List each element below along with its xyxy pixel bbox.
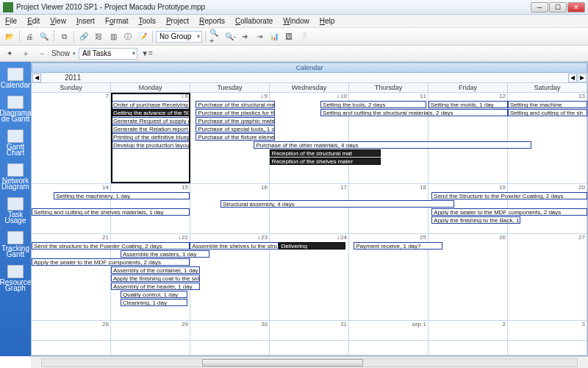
task-bar[interactable]: Setting and cutting the structural mater…	[320, 109, 508, 116]
day-cell[interactable]	[429, 341, 508, 355]
task-bar[interactable]: Purchase of the graphic materials, 1	[196, 117, 275, 124]
menu-insert[interactable]: Insert	[74, 17, 97, 25]
scrollbar-thumb[interactable]	[202, 359, 362, 367]
day-cell[interactable]	[111, 341, 190, 355]
task-bar[interactable]: Setting the molds, 1 day	[429, 101, 508, 108]
task-bar[interactable]: Reception of the shelves mater	[270, 158, 381, 165]
sidebar-item-gantt-diagram[interactable]: Diagrama de Gantt	[1, 93, 29, 125]
maximize-button[interactable]: ☐	[549, 2, 567, 13]
close-button[interactable]: ✕	[567, 2, 585, 13]
open-icon[interactable]: 📂	[3, 30, 16, 43]
day-cell[interactable]: 3	[508, 321, 587, 340]
task-bar[interactable]: Assemble the shelves to the stru	[190, 242, 279, 250]
info-icon[interactable]: ⓘ	[121, 30, 135, 43]
task-bar[interactable]: Setting the machine	[508, 101, 587, 108]
task-bar[interactable]: Quality control, 1 day	[121, 291, 187, 298]
split-icon[interactable]: ▥	[107, 30, 120, 43]
task-bar[interactable]: Payment receive, 1 day?	[354, 242, 442, 250]
day-cell[interactable]: 27	[508, 234, 587, 321]
task-bar[interactable]: Printing of the definitive blueprint	[111, 133, 190, 141]
month-prev-button[interactable]: ◀	[32, 74, 41, 82]
horizontal-scrollbar[interactable]	[31, 356, 588, 368]
task-bar[interactable]: Setting the machinery, 1 day	[54, 192, 190, 199]
note-icon[interactable]: 📝	[136, 30, 149, 43]
minimize-button[interactable]: ─	[531, 2, 548, 13]
day-cell[interactable]	[349, 341, 429, 355]
menu-window[interactable]: Window	[281, 17, 312, 25]
month-next-prev-button[interactable]: ◀	[568, 74, 577, 82]
task-bar[interactable]: Reception of the structural mat	[270, 149, 381, 157]
sidebar-item-network-diagram[interactable]: Network Diagram	[1, 160, 29, 193]
task-bar[interactable]: Getting the advance of the 50%	[111, 109, 190, 116]
task-bar[interactable]: Generate the Relation report of T	[111, 125, 190, 132]
task-bar[interactable]: Assembly of the container, 1 day	[111, 266, 200, 274]
print-preview-icon[interactable]: 🔍	[37, 30, 51, 43]
menu-help[interactable]: Help	[318, 17, 337, 25]
task-bar[interactable]: Send the Structure to the Powder Coating…	[431, 192, 587, 199]
autofilter-icon[interactable]: ▼=	[140, 47, 154, 60]
day-cell[interactable]: 29	[111, 321, 190, 340]
picture-icon[interactable]: 🖼	[282, 30, 295, 43]
sidebar-item-tracking-gantt[interactable]: Tracking Gantt	[1, 228, 29, 261]
task-bar[interactable]: Purchase of the fixture elements, 1 d	[196, 133, 275, 141]
task-bar[interactable]: Setting and cutting of the shelves mater…	[32, 208, 190, 216]
unlink-icon[interactable]: ⛓	[92, 30, 105, 43]
collapse-icon[interactable]: －	[35, 47, 49, 60]
task-bar[interactable]: Structural assembly, 4 days	[220, 200, 454, 208]
task-bar[interactable]: Assemble the casters, 1 day	[121, 250, 209, 258]
menu-edit[interactable]: Edit	[25, 17, 42, 25]
expand-icon[interactable]: ＋	[19, 47, 32, 60]
menu-view[interactable]: View	[48, 17, 68, 25]
day-cell[interactable]: 31	[270, 321, 349, 340]
menu-format[interactable]: Format	[103, 17, 131, 25]
sidebar-item-task-usage[interactable]: Task Usage	[1, 194, 29, 227]
zoom-in-icon[interactable]: 🔍+	[209, 30, 222, 43]
task-bar[interactable]: Apply the sealer to the MDF components, …	[32, 258, 190, 266]
day-cell[interactable]: 30	[190, 321, 270, 340]
task-bar[interactable]: Apply the finishing coat to the sid	[111, 275, 200, 282]
task-bar[interactable]: Develop the production layout	[111, 141, 190, 149]
task-bar[interactable]: Apply the finishing to the Back, 1	[431, 216, 520, 224]
day-cell[interactable]: 28	[32, 321, 111, 340]
day-cell[interactable]	[32, 341, 111, 355]
task-bar[interactable]: Cleanning, 1 day	[121, 299, 187, 306]
sidebar-item-calendar[interactable]: Calendar	[1, 65, 29, 91]
day-cell[interactable]: sep 1	[349, 321, 429, 340]
group-select[interactable]: No Group	[156, 31, 202, 43]
goto-task-icon[interactable]: ➜	[238, 30, 251, 43]
task-bar[interactable]: Purchase of the structural materials,	[196, 101, 275, 108]
chart-icon[interactable]: 📊	[268, 30, 281, 43]
outdent-icon[interactable]: ✦	[3, 47, 16, 60]
print-icon[interactable]: 🖨	[23, 30, 36, 43]
day-cell[interactable]	[190, 341, 270, 355]
task-bar[interactable]: Apply the sealer to the MDF components, …	[431, 208, 587, 216]
scroll-to-icon[interactable]: ⇥	[253, 30, 266, 43]
day-cell[interactable]: 18	[349, 184, 429, 233]
menu-reports[interactable]: Reports	[197, 17, 227, 25]
sidebar-item-gantt-chart[interactable]: Gantt Chart	[1, 127, 29, 159]
task-bar[interactable]: Delivering	[279, 242, 345, 250]
day-cell[interactable]: 17	[270, 184, 349, 233]
task-bar[interactable]: Send the structure to the Powder Coating…	[32, 242, 190, 250]
day-cell[interactable]	[270, 341, 349, 355]
task-bar[interactable]: Generate Request of supply or t	[111, 117, 190, 124]
task-bar[interactable]: Order of purchase Receiving	[111, 101, 190, 108]
day-cell[interactable]: 7	[32, 93, 111, 183]
task-bar[interactable]: Setting and cutting of the sh	[508, 109, 587, 116]
day-cell[interactable]: 2	[429, 321, 508, 340]
month-next-button[interactable]: ▶	[578, 74, 587, 82]
copy-icon[interactable]: ⧉	[57, 30, 71, 43]
menu-collaborate[interactable]: Collaborate	[233, 17, 275, 25]
task-bar[interactable]: Purchase of the other materials, 4 days	[254, 141, 531, 149]
menu-tools[interactable]: Tools	[137, 17, 158, 25]
task-bar[interactable]: Purchase of the plastics for the shelv	[196, 109, 275, 116]
task-bar[interactable]: Purchase of special tools, 1 day	[196, 125, 275, 132]
menu-file[interactable]: File	[3, 17, 19, 25]
task-bar[interactable]: Assembly of the header, 1 day	[111, 283, 200, 290]
menu-project[interactable]: Project	[164, 17, 191, 25]
zoom-out-icon[interactable]: 🔍-	[223, 30, 237, 43]
day-cell[interactable]: 16	[190, 184, 270, 233]
sidebar-item-resource-graph[interactable]: Resource Graph	[1, 262, 29, 294]
help-icon[interactable]: ❔	[297, 30, 310, 43]
filter-select[interactable]: All Tasks	[79, 48, 137, 60]
